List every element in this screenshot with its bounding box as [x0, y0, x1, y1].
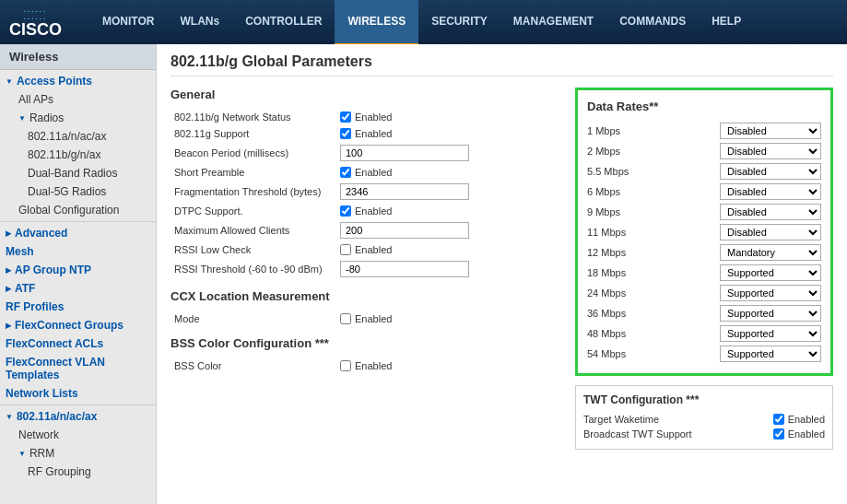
- sidebar: Wireless ▼ Access Points All APs ▼ Radio…: [0, 44, 157, 504]
- field-label: 802.11b/g Network Status: [171, 109, 336, 125]
- bss-section-header: BSS Color Configuration ***: [171, 336, 561, 350]
- rate-label: 1 Mbps: [587, 125, 652, 136]
- frag-threshold-input[interactable]: [340, 183, 469, 200]
- main-content: 802.11b/g Global Parameters General 802.…: [157, 44, 847, 504]
- dtpc-checkbox[interactable]: [340, 205, 351, 217]
- rate-label: 11 Mbps: [587, 227, 652, 238]
- rssi-low-check-checkbox[interactable]: [340, 244, 351, 255]
- general-form: 802.11b/g Network Status Enabled 802.11g…: [171, 109, 561, 280]
- field-label: 802.11g Support: [171, 125, 336, 142]
- sidebar-item-access-points[interactable]: ▼ Access Points: [0, 72, 156, 90]
- expand-icon-advanced: ▶: [6, 229, 11, 238]
- sidebar-item-80211a-n-ac-ax[interactable]: ▼ 802.11a/n/ac/ax: [0, 407, 156, 426]
- nav-item-help[interactable]: HELP: [699, 0, 754, 46]
- sidebar-item-dual-5g[interactable]: Dual-5G Radios: [0, 182, 156, 201]
- expand-icon-fc-groups: ▶: [6, 322, 11, 330]
- sidebar-item-global-config[interactable]: Global Configuration: [0, 201, 156, 219]
- rate-row-36mbps: 36 Mbps DisabledSupportedMandatory: [587, 303, 821, 323]
- sidebar-item-network-lists[interactable]: Network Lists: [0, 384, 156, 403]
- nav-item-monitor[interactable]: MONITOR: [89, 0, 167, 46]
- rate-select-1mbps[interactable]: DisabledSupportedMandatory: [720, 123, 821, 139]
- rate-row-48mbps: 48 Mbps DisabledSupportedMandatory: [587, 323, 821, 344]
- field-value: Enabled: [336, 164, 561, 181]
- nav-item-security[interactable]: SECURITY: [418, 0, 500, 46]
- rate-row-6mbps: 6 Mbps DisabledSupportedMandatory: [587, 182, 821, 202]
- max-clients-input[interactable]: [340, 222, 469, 239]
- nav-item-wlans[interactable]: WLANs: [167, 0, 232, 46]
- rate-select-5mbps[interactable]: DisabledSupportedMandatory: [720, 163, 821, 180]
- network-status-checkbox[interactable]: [340, 111, 351, 123]
- sidebar-item-rf-grouping[interactable]: RF Grouping: [0, 463, 156, 481]
- rate-label: 54 Mbps: [587, 348, 652, 359]
- sidebar-item-all-aps[interactable]: All APs: [0, 90, 156, 109]
- top-nav-bar: ............ CISCO MONITOR WLANs CONTROL…: [0, 0, 847, 44]
- rate-row-24mbps: 24 Mbps DisabledSupportedMandatory: [587, 283, 821, 303]
- field-label: Fragmentation Threshold (bytes): [171, 181, 336, 203]
- rate-select-2mbps[interactable]: DisabledSupportedMandatory: [720, 143, 821, 159]
- short-preamble-checkbox[interactable]: [340, 167, 351, 178]
- checkbox-label: Enabled: [340, 128, 558, 139]
- broadcast-twt-checkbox[interactable]: [773, 428, 784, 440]
- rate-select-6mbps[interactable]: DisabledSupportedMandatory: [720, 183, 821, 200]
- rate-select-12mbps[interactable]: DisabledSupportedMandatory: [720, 244, 821, 261]
- expand-icon: ▼: [6, 77, 13, 86]
- nav-item-wireless[interactable]: WIRELESS: [335, 0, 418, 46]
- rate-select-9mbps[interactable]: DisabledSupportedMandatory: [720, 204, 821, 220]
- field-label: DTPC Support.: [171, 203, 336, 219]
- left-panel: General 802.11b/g Network Status Enabled: [171, 88, 561, 450]
- rate-select-11mbps[interactable]: DisabledSupportedMandatory: [720, 224, 821, 240]
- field-label: Beacon Period (millisecs): [171, 142, 336, 164]
- rate-select-48mbps[interactable]: DisabledSupportedMandatory: [720, 325, 821, 342]
- sidebar-item-atf[interactable]: ▶ ATF: [0, 279, 156, 298]
- sidebar-item-rf-profiles[interactable]: RF Profiles: [0, 298, 156, 316]
- checkbox-label: Enabled: [340, 111, 558, 123]
- rate-select-54mbps[interactable]: DisabledSupportedMandatory: [720, 346, 821, 362]
- bss-color-checkbox[interactable]: [340, 360, 351, 371]
- beacon-period-input[interactable]: [340, 145, 469, 161]
- nav-item-commands[interactable]: COMMANDS: [606, 0, 699, 46]
- field-network-status: 802.11b/g Network Status Enabled: [171, 109, 561, 125]
- cisco-name: CISCO: [9, 21, 62, 38]
- sidebar-item-rrm[interactable]: ▼ RRM: [0, 444, 156, 463]
- sidebar-item-flexconnect-acls[interactable]: FlexConnect ACLs: [0, 334, 156, 353]
- page-title: 802.11b/g Global Parameters: [171, 53, 833, 76]
- rate-label: 48 Mbps: [587, 328, 652, 339]
- sidebar-item-80211a[interactable]: 802.11a/n/ac/ax: [0, 127, 156, 146]
- expand-icon-atf: ▶: [6, 285, 11, 293]
- ccx-mode-checkbox[interactable]: [340, 313, 351, 324]
- sidebar-item-flexconnect-vlan[interactable]: FlexConnect VLAN Templates: [0, 353, 156, 384]
- 80211g-support-checkbox[interactable]: [340, 128, 351, 139]
- sidebar-item-80211bg[interactable]: 802.11b/g/n/ax: [0, 146, 156, 164]
- sidebar-item-dual-band[interactable]: Dual-Band Radios: [0, 164, 156, 182]
- nav-item-management[interactable]: MANAGEMENT: [500, 0, 606, 46]
- rate-select-36mbps[interactable]: DisabledSupportedMandatory: [720, 305, 821, 322]
- twt-title: TWT Configuration ***: [583, 393, 825, 406]
- field-value: Enabled: [336, 125, 561, 142]
- main-layout: Wireless ▼ Access Points All APs ▼ Radio…: [0, 44, 847, 504]
- field-label: Short Preamble: [171, 164, 336, 181]
- nav-item-controller[interactable]: CONTROLLER: [232, 0, 335, 46]
- rate-row-5mbps: 5.5 Mbps DisabledSupportedMandatory: [587, 161, 821, 182]
- rssi-threshold-input[interactable]: [340, 261, 469, 277]
- rate-row-54mbps: 54 Mbps DisabledSupportedMandatory: [587, 344, 821, 364]
- field-value: [336, 258, 561, 280]
- rate-select-24mbps[interactable]: DisabledSupportedMandatory: [720, 285, 821, 301]
- rate-select-18mbps[interactable]: DisabledSupportedMandatory: [720, 264, 821, 281]
- expand-icon-80211: ▼: [6, 413, 13, 421]
- sidebar-item-flexconnect-groups[interactable]: ▶ FlexConnect Groups: [0, 316, 156, 334]
- target-waketime-checkbox[interactable]: [773, 414, 784, 425]
- checkbox-label: Enabled: [340, 167, 558, 178]
- sidebar-item-mesh[interactable]: Mesh: [0, 242, 156, 261]
- sidebar-item-ap-group-ntp[interactable]: ▶ AP Group NTP: [0, 261, 156, 279]
- rate-row-12mbps: 12 Mbps DisabledSupportedMandatory: [587, 242, 821, 263]
- field-label: RSSI Low Check: [171, 241, 336, 258]
- field-value: [336, 181, 561, 203]
- field-rssi-low-check: RSSI Low Check Enabled: [171, 241, 561, 258]
- field-label: RSSI Threshold (-60 to -90 dBm): [171, 258, 336, 280]
- sidebar-item-radios[interactable]: ▼ Radios: [0, 109, 156, 127]
- sidebar-item-network[interactable]: Network: [0, 426, 156, 444]
- data-rates-title: Data Rates**: [587, 100, 821, 113]
- checkbox-label: Enabled: [340, 313, 558, 324]
- data-rates-box: Data Rates** 1 Mbps DisabledSupportedMan…: [575, 88, 833, 376]
- sidebar-item-advanced[interactable]: ▶ Advanced: [0, 224, 156, 242]
